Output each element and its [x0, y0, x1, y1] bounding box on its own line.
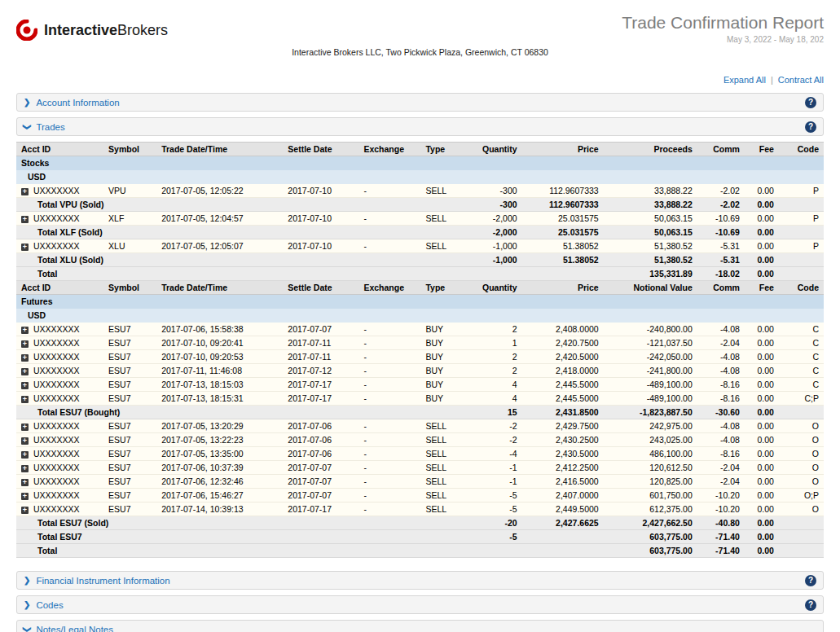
- trades-row-trade: +UXXXXXXXESU72017-07-14, 10:39:132017-07…: [16, 503, 824, 516]
- fee: 0.00: [745, 419, 779, 433]
- column-header: Comm: [697, 143, 745, 156]
- symbol: ESU7: [103, 323, 156, 336]
- help-icon[interactable]: ?: [805, 97, 816, 108]
- section-trades-title: Trades: [36, 122, 64, 132]
- expand-row-icon[interactable]: +: [21, 216, 29, 223]
- column-header: Trade Date/Time: [156, 143, 283, 156]
- section-codes[interactable]: ❯ Codes ?: [16, 595, 824, 614]
- brand-name-bold: Interactive: [44, 22, 117, 38]
- quantity: -1: [465, 475, 522, 489]
- expand-row-icon[interactable]: +: [21, 437, 29, 445]
- expand-row-icon[interactable]: +: [21, 188, 29, 195]
- help-icon[interactable]: ?: [805, 599, 816, 611]
- code: O: [779, 475, 824, 489]
- expand-row-icon[interactable]: +: [21, 424, 29, 431]
- report-head: Trade Confirmation Report May 3, 2022 - …: [622, 13, 824, 44]
- trade-type: SELL: [420, 433, 464, 447]
- contract-all-link[interactable]: Contract All: [778, 75, 824, 85]
- commission: -10.20: [697, 503, 745, 516]
- trades-row-subtotal: Total XLU (Sold)-1,00051.3805251,380.52-…: [16, 253, 824, 267]
- settle-date: 2017-07-07: [283, 475, 358, 489]
- total-label: Total VPU (Sold): [16, 198, 465, 212]
- fee: 0.00: [745, 364, 779, 378]
- section-account-information[interactable]: ❯ Account Information ?: [16, 93, 824, 112]
- expand-row-icon[interactable]: +: [21, 479, 29, 486]
- expand-row-icon[interactable]: +: [21, 354, 29, 362]
- amount: 612,375.00: [604, 503, 697, 516]
- section-financial-instrument-information[interactable]: ❯ Financial Instrument Information ?: [16, 571, 824, 590]
- column-header: Price: [522, 143, 604, 156]
- trades-row-trade: +UXXXXXXXESU72017-07-10, 09:20:532017-07…: [16, 350, 824, 364]
- trade-datetime: 2017-07-06, 12:32:46: [156, 475, 283, 489]
- trade-type: BUY: [420, 364, 464, 378]
- section-trades[interactable]: ❯ Trades ?: [16, 117, 824, 136]
- expand-row-icon[interactable]: +: [21, 368, 29, 375]
- code: O: [779, 461, 824, 475]
- expand-row-icon[interactable]: +: [21, 244, 29, 251]
- acct-id-cell: +UXXXXXXX: [16, 419, 103, 433]
- column-header: Settle Date: [283, 143, 358, 156]
- price: 2,430.5000: [522, 447, 604, 461]
- column-header: Quantity: [465, 143, 522, 156]
- fee: 0.00: [745, 226, 779, 239]
- amount: 120,612.50: [604, 461, 697, 475]
- expand-row-icon[interactable]: +: [21, 327, 29, 334]
- symbol: ESU7: [103, 392, 156, 406]
- quantity: [465, 267, 522, 281]
- expand-row-icon[interactable]: +: [21, 507, 29, 514]
- acct-id: UXXXXXXX: [33, 463, 80, 472]
- settle-date: 2017-07-12: [283, 364, 358, 378]
- symbol: XLU: [103, 239, 156, 253]
- fee: 0.00: [745, 475, 779, 489]
- acct-id-cell: +UXXXXXXX: [16, 184, 103, 198]
- acct-id-cell: +UXXXXXXX: [16, 212, 103, 226]
- code: [779, 253, 824, 267]
- total-label: Total: [16, 544, 465, 558]
- acct-id: UXXXXXXX: [33, 504, 80, 514]
- code: O: [779, 433, 824, 447]
- expand-row-icon[interactable]: +: [21, 396, 29, 403]
- expand-row-icon[interactable]: +: [21, 382, 29, 389]
- section-notes-legal-notes[interactable]: ❯ Notes/Legal Notes: [16, 620, 824, 632]
- column-header: Notional Value: [604, 281, 697, 295]
- column-header: Code: [779, 143, 824, 156]
- trades-row-trade: +UXXXXXXXESU72017-07-05, 13:22:232017-07…: [16, 433, 824, 447]
- exchange: -: [358, 392, 420, 406]
- trades-row-trade: +UXXXXXXXESU72017-07-05, 13:20:292017-07…: [16, 419, 824, 433]
- trades-row-trade: +UXXXXXXXESU72017-07-06, 15:46:272017-07…: [16, 489, 824, 503]
- help-icon[interactable]: ?: [805, 575, 816, 586]
- trade-type: SELL: [420, 239, 464, 253]
- fee: 0.00: [745, 489, 779, 503]
- exchange: -: [358, 212, 420, 226]
- expand-row-icon[interactable]: +: [21, 340, 29, 348]
- column-header: Trade Date/Time: [156, 281, 283, 295]
- trades-row-total: Total135,331.89-18.020.00: [16, 267, 824, 281]
- acct-id-cell: +UXXXXXXX: [16, 364, 103, 378]
- code: P: [779, 239, 824, 253]
- trade-type: BUY: [420, 378, 464, 392]
- settle-date: 2017-07-06: [283, 419, 358, 433]
- expand-row-icon[interactable]: +: [21, 465, 29, 472]
- chevron-down-icon: ❯: [23, 123, 31, 129]
- trades-row-subtotal: Total ESU7-5603,775.00-71.400.00: [16, 530, 824, 544]
- total-label: Total XLF (Sold): [16, 226, 465, 239]
- column-header: Price: [522, 281, 604, 295]
- commission: -8.16: [697, 392, 745, 406]
- exchange: -: [358, 364, 420, 378]
- page-header: InteractiveBrokers Trade Confirmation Re…: [16, 10, 824, 44]
- help-icon[interactable]: ?: [805, 121, 816, 133]
- trade-datetime: 2017-07-10, 09:20:53: [156, 350, 283, 364]
- price: 2,445.5000: [522, 378, 604, 392]
- expand-row-icon[interactable]: +: [21, 493, 29, 500]
- commission: -2.02: [697, 198, 745, 212]
- expand-all-link[interactable]: Expand All: [723, 75, 766, 85]
- acct-id: UXXXXXXX: [33, 366, 80, 375]
- trade-datetime: 2017-07-06, 10:37:39: [156, 461, 283, 475]
- price: 51.38052: [522, 239, 604, 253]
- settle-date: 2017-07-17: [283, 378, 358, 392]
- acct-id: UXXXXXXX: [33, 352, 80, 362]
- expand-row-icon[interactable]: +: [21, 451, 29, 459]
- currency-label: USD: [16, 309, 824, 323]
- commission: -5.31: [697, 239, 745, 253]
- code: C;P: [779, 392, 824, 406]
